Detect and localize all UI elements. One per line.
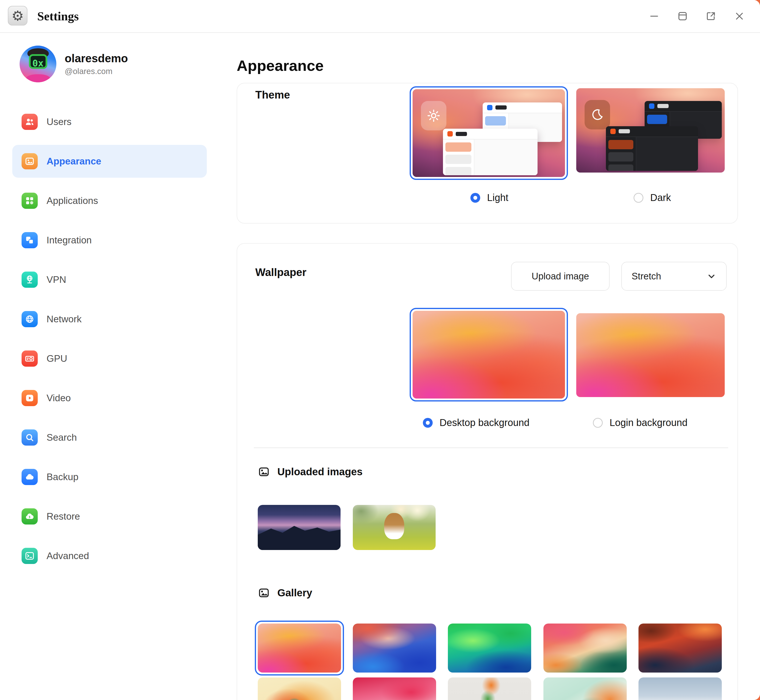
user-name: olaresdemo	[65, 52, 128, 65]
desktop-background-radio[interactable]: Desktop background	[423, 417, 529, 428]
backup-icon	[22, 469, 38, 485]
gallery-thumbnail[interactable]	[638, 677, 722, 700]
sidebar-item-label: Users	[47, 116, 72, 127]
gallery-thumbnail[interactable]	[543, 623, 627, 673]
close-icon	[733, 10, 745, 22]
theme-radio-light[interactable]: Light	[470, 192, 509, 203]
theme-option-light-preview[interactable]	[410, 86, 568, 180]
section-divider	[254, 448, 728, 448]
light-theme-thumbnail	[413, 89, 565, 177]
sidebar-item-users[interactable]: Users	[12, 105, 207, 138]
radio-label: Dark	[650, 192, 671, 203]
sidebar-item-appearance[interactable]: Appearance	[12, 145, 207, 178]
avatar-body	[26, 74, 50, 82]
theme-title: Theme	[255, 89, 290, 101]
sidebar-item-applications[interactable]: Applications	[12, 184, 207, 217]
gallery-thumbnail-selected[interactable]	[255, 620, 344, 675]
mock-window	[443, 129, 538, 175]
gallery-thumbnail-image	[258, 623, 341, 673]
uploaded-image-thumbnail[interactable]	[258, 505, 340, 550]
gallery-header: Gallery	[258, 587, 312, 599]
sidebar-item-label: Applications	[47, 195, 98, 206]
radio-unselected-icon	[634, 193, 643, 203]
wallpaper-fit-select[interactable]: Stretch	[621, 262, 727, 291]
uploaded-images-header: Uploaded images	[258, 466, 363, 478]
sidebar-item-search[interactable]: Search	[12, 421, 207, 454]
sidebar-item-backup[interactable]: Backup	[12, 461, 207, 494]
sidebar-item-label: Integration	[47, 235, 92, 245]
restore-icon	[22, 508, 38, 525]
sidebar-item-label: Video	[47, 393, 71, 403]
user-handle: @olares.com	[65, 67, 128, 76]
radio-unselected-icon	[593, 418, 603, 428]
network-icon	[22, 311, 38, 327]
gallery-thumbnail[interactable]	[638, 623, 722, 673]
uploaded-images-title: Uploaded images	[277, 466, 363, 478]
user-avatar: 0x	[20, 45, 56, 82]
settings-window: ⚙ Settings 0x o	[0, 0, 760, 700]
sidebar-item-label: Appearance	[47, 156, 101, 167]
gallery-thumbnail[interactable]	[448, 623, 531, 673]
radio-label: Desktop background	[440, 417, 529, 428]
wallpaper-section: Wallpaper Upload image Stretch Desktop b…	[237, 243, 738, 700]
gallery-thumbnail[interactable]	[448, 677, 531, 700]
minimize-button[interactable]	[648, 10, 660, 23]
fit-select-value: Stretch	[632, 271, 661, 281]
sidebar-item-network[interactable]: Network	[12, 303, 207, 336]
users-icon	[22, 114, 38, 130]
theme-option-dark-preview[interactable]	[576, 88, 725, 173]
sidebar-item-video[interactable]: Video	[12, 381, 207, 414]
sidebar-item-vpn[interactable]: VPN	[12, 263, 207, 296]
theme-radio-dark[interactable]: Dark	[634, 192, 671, 203]
moon-icon	[585, 100, 610, 130]
applications-icon	[22, 193, 38, 209]
upload-image-button[interactable]: Upload image	[511, 262, 610, 291]
sidebar-item-label: Network	[47, 314, 81, 325]
open-new-window-button[interactable]	[705, 10, 717, 23]
sidebar-nav: Users Appearance Applications Integratio…	[12, 105, 207, 579]
minimize-icon	[648, 10, 660, 22]
radio-selected-icon	[423, 418, 433, 428]
gallery-title: Gallery	[277, 587, 312, 599]
chevron-down-icon	[707, 271, 716, 281]
mock-window	[606, 126, 698, 171]
gallery-thumbnail[interactable]	[353, 623, 436, 673]
main-content: Appearance Theme	[217, 33, 760, 700]
login-background-radio[interactable]: Login background	[593, 417, 687, 428]
gallery-thumbnail[interactable]	[258, 677, 341, 700]
radio-selected-icon	[470, 193, 480, 203]
uploaded-image-thumbnail[interactable]	[353, 505, 435, 550]
maximize-icon	[677, 10, 688, 22]
maximize-button[interactable]	[676, 10, 689, 23]
sidebar-item-label: GPU	[47, 353, 67, 364]
sidebar-item-label: Backup	[47, 472, 78, 482]
radio-label: Light	[487, 192, 509, 203]
user-card: 0x olaresdemo @olares.com	[20, 45, 128, 82]
wallpaper-title: Wallpaper	[255, 266, 306, 278]
sidebar-item-label: Restore	[47, 511, 80, 522]
avatar-face-glyph: 0x	[20, 58, 56, 69]
advanced-icon	[22, 548, 38, 564]
sidebar-item-gpu[interactable]: GPU	[12, 342, 207, 375]
wallpaper-desktop-preview[interactable]	[410, 308, 568, 402]
integration-icon	[22, 232, 38, 248]
settings-gear-icon: ⚙	[8, 6, 27, 25]
radio-label: Login background	[610, 417, 687, 428]
wallpaper-login-preview[interactable]	[576, 313, 725, 397]
user-meta: olaresdemo @olares.com	[65, 52, 128, 76]
gallery-thumbnail[interactable]	[353, 677, 436, 700]
sidebar-item-label: Search	[47, 432, 77, 443]
appearance-icon	[22, 153, 38, 169]
close-button[interactable]	[733, 10, 746, 23]
search-icon	[22, 430, 38, 445]
sidebar-item-restore[interactable]: Restore	[12, 500, 207, 533]
upload-image-label: Upload image	[532, 271, 589, 281]
sidebar-item-label: VPN	[47, 274, 66, 285]
gpu-icon	[22, 350, 38, 367]
gallery-thumbnail[interactable]	[543, 677, 627, 700]
theme-section: Theme	[237, 83, 738, 223]
sidebar-item-integration[interactable]: Integration	[12, 224, 207, 256]
video-icon	[22, 390, 38, 406]
picture-icon	[258, 587, 270, 599]
sidebar-item-advanced[interactable]: Advanced	[12, 539, 207, 572]
